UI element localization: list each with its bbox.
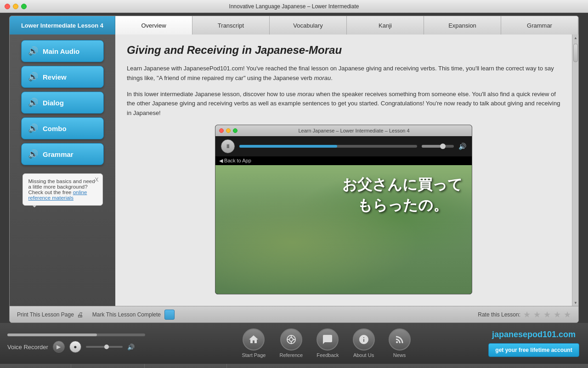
feedback-icon [317, 328, 339, 351]
start-page-nav[interactable]: Start Page [242, 328, 266, 358]
tab-grammar[interactable]: Grammar [501, 16, 578, 34]
dialog-label: Dialog [43, 99, 64, 107]
cta-button[interactable]: get your free lifetime account [488, 343, 579, 357]
review-button[interactable]: 🔊 Review [21, 66, 104, 88]
lesson-heading: Giving and Receiving in Japanese-Morau [127, 44, 560, 57]
star-5[interactable]: ★ [564, 310, 571, 320]
minimize-button[interactable] [13, 4, 18, 9]
tab-transcript[interactable]: Transcript [192, 16, 270, 34]
star-4[interactable]: ★ [554, 310, 561, 320]
mark-complete-section: Mark This Lesson Complete [92, 310, 175, 320]
svg-point-1 [289, 338, 293, 341]
player-maximize[interactable] [233, 128, 237, 133]
about-label: About Us [353, 352, 374, 358]
tab-expansion[interactable]: Expansion [424, 16, 501, 34]
footer: Voice Recorder ▶ ● 🔊 Start Page [0, 323, 588, 363]
volume-knob[interactable] [440, 144, 446, 149]
speaker-icon-2: 🔊 [28, 72, 38, 82]
main-audio-button[interactable]: 🔊 Main Audio [21, 40, 104, 62]
speaker-icon: 🔊 [28, 46, 38, 56]
voice-slider[interactable] [86, 346, 123, 348]
back-to-app-button[interactable]: ◀ Back to App [215, 156, 472, 165]
lesson-paragraph-1: Learn Japanese with JapanesePod101.com! … [127, 64, 560, 83]
start-page-label: Start Page [242, 352, 266, 358]
sidebar: 🔊 Main Audio 🔊 Review 🔊 Dialog 🔊 Combo 🔊… [10, 34, 115, 306]
player-controls: ⏸ 🔊 [215, 136, 472, 156]
feedback-nav[interactable]: Feedback [317, 328, 339, 358]
main-window: Lower Intermediate Lesson 4 Overview Tra… [9, 16, 579, 323]
volume-icon: 🔊 [458, 143, 466, 150]
reference-nav[interactable]: Reference [279, 328, 303, 358]
star-3[interactable]: ★ [543, 310, 551, 320]
voice-slider-knob[interactable] [104, 345, 109, 349]
lesson-title-bar: Lower Intermediate Lesson 4 [10, 16, 115, 34]
footer-progress-bar[interactable] [7, 334, 145, 336]
scrollbar: ▲ ▼ [572, 34, 578, 306]
speaker-icon-3: 🔊 [28, 98, 38, 108]
video-frame: お父さんに買ってもらったの。 [215, 165, 472, 294]
player-minimize[interactable] [226, 128, 231, 133]
brand-text: japanesepod101.com [492, 330, 576, 339]
player-title: Learn Japanese – Lower Intermediate – Le… [298, 128, 409, 133]
footer-progress-fill [7, 334, 97, 336]
play-button[interactable]: ▶ [53, 341, 65, 353]
reference-icon [280, 328, 302, 351]
speaker-icon-4: 🔊 [28, 123, 38, 133]
about-icon [353, 328, 375, 351]
print-label: Print This Lesson Page [17, 311, 74, 318]
open-lesson-drawer[interactable]: ⊞ Open Lesson Drawer [6, 364, 71, 368]
mark-incomplete-button[interactable]: ✕ Mark All Lessons Incomplete [145, 364, 227, 368]
tab-kanji[interactable]: Kanji [347, 16, 424, 34]
volume-bar[interactable] [422, 145, 454, 148]
review-label: Review [43, 73, 67, 81]
voice-volume-icon: 🔊 [127, 344, 135, 351]
star-1[interactable]: ★ [523, 310, 531, 320]
player-close[interactable] [219, 128, 224, 133]
bottom-status-bar: Print This Lesson Page 🖨 Mark This Lesso… [10, 306, 578, 322]
traffic-lights [5, 4, 27, 9]
close-button[interactable] [5, 4, 10, 9]
japanese-text-overlay: お父さんに買ってもらったの。 [342, 174, 463, 216]
grammar-label: Grammar [43, 150, 74, 158]
grammar-button[interactable]: 🔊 Grammar [21, 143, 104, 165]
combo-label: Combo [43, 125, 67, 132]
progress-bar[interactable] [239, 145, 417, 148]
about-nav[interactable]: About Us [353, 328, 375, 358]
player-titlebar: Learn Japanese – Lower Intermediate – Le… [215, 125, 472, 136]
feedback-label: Feedback [317, 352, 339, 358]
lesson-paragraph-2: In this lower intermediate Japanese less… [127, 90, 560, 118]
play-pause-button[interactable]: ⏸ [221, 139, 235, 153]
volume-fill [422, 145, 441, 148]
star-2[interactable]: ★ [533, 310, 541, 320]
video-player: Learn Japanese – Lower Intermediate – Le… [215, 125, 472, 294]
scrollbar-thumb[interactable] [573, 44, 578, 62]
printer-icon[interactable]: 🖨 [77, 311, 83, 318]
close-infobox-button[interactable]: X [95, 177, 98, 183]
record-button[interactable]: ● [69, 341, 81, 353]
clear-ratings-button[interactable]: ☆ Clear All Lesson Ratings [71, 364, 145, 368]
home-icon [243, 328, 265, 351]
content-area: 🔊 Main Audio 🔊 Review 🔊 Dialog 🔊 Combo 🔊… [10, 34, 578, 306]
lesson-header: Lower Intermediate Lesson 4 Overview Tra… [10, 16, 578, 34]
window-title: Innovative Language Japanese – Lower Int… [229, 3, 359, 10]
scroll-up-arrow[interactable]: ▲ [572, 34, 578, 41]
main-content: Giving and Receiving in Japanese-Morau L… [115, 34, 572, 306]
mark-complete-label: Mark This Lesson Complete [92, 311, 161, 318]
rate-section: Rate this Lesson: ★ ★ ★ ★ ★ [478, 310, 571, 320]
dialog-button[interactable]: 🔊 Dialog [21, 92, 104, 114]
tab-overview[interactable]: Overview [115, 16, 192, 34]
voice-recorder-label: Voice Recorder [7, 344, 48, 351]
scroll-down-arrow[interactable]: ▼ [572, 299, 578, 306]
tab-vocabulary[interactable]: Vocabulary [270, 16, 347, 34]
maximize-button[interactable] [21, 4, 27, 9]
combo-button[interactable]: 🔊 Combo [21, 117, 104, 139]
main-audio-label: Main Audio [43, 47, 79, 55]
audio-controls: Voice Recorder ▶ ● 🔊 [0, 334, 165, 353]
bottom-toolbar: ⊞ Open Lesson Drawer ☆ Clear All Lesson … [0, 363, 588, 368]
news-label: News [393, 352, 406, 358]
news-icon [389, 328, 411, 351]
cta-section: japanesepod101.com get your free lifetim… [487, 330, 588, 357]
complete-checkbox[interactable] [164, 310, 175, 320]
news-nav[interactable]: News [389, 328, 411, 358]
tabs-bar: Overview Transcript Vocabulary Kanji Exp… [115, 16, 578, 34]
